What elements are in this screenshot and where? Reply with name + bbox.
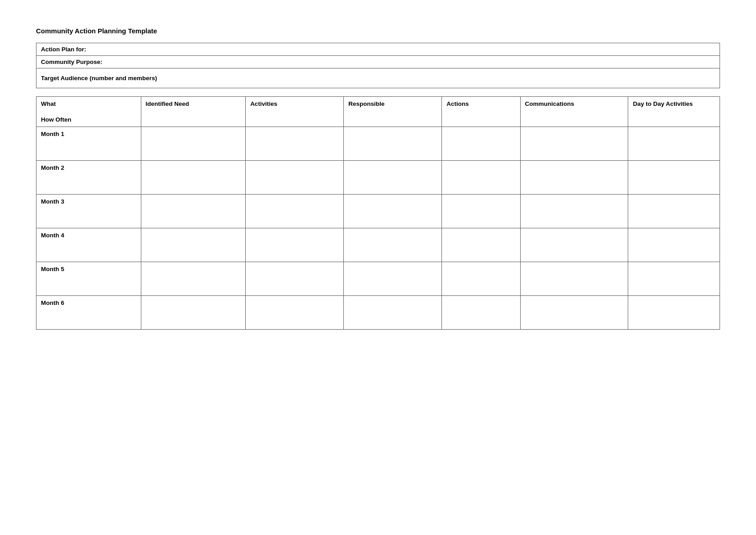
communications-4: [520, 228, 628, 262]
table-row: Month 3: [36, 195, 720, 228]
actions-4: [442, 228, 520, 262]
table-row: Month 6: [36, 296, 720, 330]
responsible-header: Responsible: [344, 97, 442, 127]
day-to-day-6: [628, 296, 720, 330]
communications-3: [520, 195, 628, 228]
communications-1: [520, 127, 628, 161]
actions-1: [442, 127, 520, 161]
activities-header: Activities: [246, 97, 344, 127]
day-to-day-1: [628, 127, 720, 161]
identified-need-3: [141, 195, 246, 228]
month-5-cell: Month 5: [36, 262, 141, 296]
activities-3: [246, 195, 344, 228]
month-6-cell: Month 6: [36, 296, 141, 330]
responsible-3: [344, 195, 442, 228]
responsible-5: [344, 262, 442, 296]
identified-need-4: [141, 228, 246, 262]
actions-3: [442, 195, 520, 228]
table-row: Month 4: [36, 228, 720, 262]
target-audience-row: Target Audience (number and members): [36, 68, 720, 88]
how-often-label: How Often: [41, 116, 136, 123]
month-4-cell: Month 4: [36, 228, 141, 262]
activities-1: [246, 127, 344, 161]
actions-header: Actions: [442, 97, 520, 127]
info-box: Action Plan for: Community Purpose: Targ…: [36, 43, 720, 88]
table-row: Month 1: [36, 127, 720, 161]
day-to-day-header: Day to Day Activities: [628, 97, 720, 127]
action-plan-label: Action Plan for:: [41, 46, 86, 53]
action-plan-row: Action Plan for:: [36, 43, 720, 56]
actions-5: [442, 262, 520, 296]
activities-6: [246, 296, 344, 330]
identified-need-6: [141, 296, 246, 330]
community-purpose-row: Community Purpose:: [36, 56, 720, 68]
identified-need-2: [141, 161, 246, 195]
activities-4: [246, 228, 344, 262]
action-plan-table: What How Often Identified Need Activitie…: [36, 96, 720, 330]
table-row: Month 5: [36, 262, 720, 296]
identified-need-1: [141, 127, 246, 161]
day-to-day-2: [628, 161, 720, 195]
what-header: What How Often: [36, 97, 141, 127]
identified-need-5: [141, 262, 246, 296]
activities-2: [246, 161, 344, 195]
communications-header: Communications: [520, 97, 628, 127]
day-to-day-3: [628, 195, 720, 228]
responsible-6: [344, 296, 442, 330]
responsible-1: [344, 127, 442, 161]
month-1-cell: Month 1: [36, 127, 141, 161]
actions-6: [442, 296, 520, 330]
what-label: What: [41, 100, 136, 107]
month-2-cell: Month 2: [36, 161, 141, 195]
table-header-row: What How Often Identified Need Activitie…: [36, 97, 720, 127]
responsible-4: [344, 228, 442, 262]
activities-5: [246, 262, 344, 296]
day-to-day-4: [628, 228, 720, 262]
page-title: Community Action Planning Template: [36, 27, 720, 35]
month-3-cell: Month 3: [36, 195, 141, 228]
table-row: Month 2: [36, 161, 720, 195]
identified-need-header: Identified Need: [141, 97, 246, 127]
actions-2: [442, 161, 520, 195]
communications-2: [520, 161, 628, 195]
day-to-day-5: [628, 262, 720, 296]
target-audience-label: Target Audience (number and members): [41, 75, 157, 82]
responsible-2: [344, 161, 442, 195]
communications-5: [520, 262, 628, 296]
community-purpose-label: Community Purpose:: [41, 59, 103, 65]
communications-6: [520, 296, 628, 330]
